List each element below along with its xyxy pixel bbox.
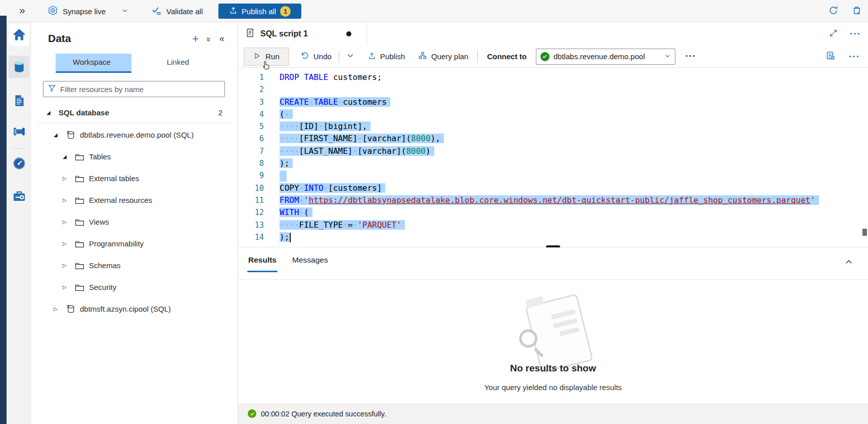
code-line[interactable]: 9 [238,169,868,182]
collapsed-arrow-icon[interactable]: ▷ [63,219,71,225]
mode-selector[interactable]: Synapse live [48,0,128,22]
code-token: 8000 [406,146,426,156]
code-line[interactable]: 4(· [238,108,868,120]
collapsed-arrow-icon[interactable]: ▷ [63,241,71,246]
code-token: customers; [333,72,382,82]
code-line[interactable]: 14); [238,231,868,243]
tab-workspace[interactable]: Workspace [56,54,131,73]
filter-funnel-icon [48,84,56,94]
tree-item[interactable]: ◢SQL database2 [31,102,238,122]
code-token: [varchar]( [357,146,406,156]
tree-item[interactable]: ◢dbtlabs.revenue.demo.pool (SQL) [31,124,238,146]
code-token: https://dbtlabsynapsedatalake.blob.core.… [309,195,810,205]
code-line[interactable]: 1DROP TABLE customers; [238,71,868,83]
code-line[interactable]: 5····[ID]·[bigint], [238,120,868,133]
tab-linked[interactable]: Linked [155,54,201,73]
pool-dropdown[interactable]: dbtlabs.revenue.demo.pool [536,49,675,65]
code-line[interactable]: 13····FILE_TYPE·=·'PARQUET' [238,219,868,231]
validate-all-button[interactable]: Validate all [152,0,203,22]
tree-item[interactable]: ▷External tables [31,167,238,189]
expanded-arrow-icon[interactable]: ◢ [63,154,71,159]
code-editor[interactable]: 1DROP TABLE customers;23CREATE·TABLE·cus… [238,68,868,247]
nav-develop[interactable] [9,90,29,112]
publish-button[interactable]: Publish [368,52,405,62]
discard-trash-icon[interactable] [852,5,862,18]
selection-highlight: ····[ID]·[bigint], [280,121,371,131]
code-token: · [299,207,304,217]
collapse-panel-icon[interactable]: « [219,33,224,44]
dropdown-chevron-icon [664,52,671,61]
tree-item[interactable]: ▷dbtmsft.azsyn.cipool (SQL) [31,298,238,320]
editor-more-icon[interactable]: ··· [849,51,860,62]
nav-home[interactable] [9,24,29,46]
collapse-results-chevron-icon[interactable] [844,258,853,269]
code-token: = [348,220,353,230]
collapsed-arrow-icon[interactable]: ▷ [63,176,71,181]
code-line[interactable]: 7····[LAST_NAME]·[varchar](8000) [238,145,868,157]
code-token: TABLE [313,97,338,107]
tree-item[interactable]: ▷Security [31,276,238,298]
publish-all-button[interactable]: Publish all 1 [218,4,301,19]
code-line[interactable]: 12WITH·( [238,206,868,219]
run-options-chevron-icon[interactable] [346,52,354,61]
empty-results-title: No results to show [238,363,868,374]
nav-monitor[interactable] [9,152,29,175]
validate-all-label: Validate all [166,7,203,16]
tab-messages[interactable]: Messages [292,256,328,265]
query-plan-button[interactable]: Query plan [418,51,468,62]
selection-highlight: FROM·'https://dbtlabsynapsedatalake.blob… [280,195,819,205]
nav-integrate[interactable] [9,120,29,143]
tree-item[interactable]: ▷Programmability [31,233,238,255]
code-token: · [338,97,343,107]
tree-item[interactable]: ▷External resources [31,189,238,211]
tree-item[interactable]: ▷Views [31,211,238,233]
collapse-all-icon[interactable]: » [205,37,214,40]
code-line[interactable]: 6····[FIRST_NAME]·[varchar](8000), [238,133,868,145]
run-play-icon [253,52,261,61]
code-line[interactable]: 10COPY·INTO·[customers] [238,182,868,194]
expand-nav-icon[interactable]: » [19,4,25,16]
pipeline-icon [12,125,26,138]
sql-script-tab[interactable]: SQL script 1 [238,22,367,46]
collapsed-arrow-icon[interactable]: ▷ [63,284,71,290]
code-line[interactable]: 3CREATE·TABLE·customers [238,96,868,108]
code-token: ( [304,207,309,217]
expanded-arrow-icon[interactable]: ◢ [47,110,55,115]
code-token: ), [431,134,440,143]
undo-button[interactable]: Undo [300,51,332,62]
toolbox-icon [12,189,26,203]
collapsed-arrow-icon[interactable]: ▷ [63,263,71,268]
scrollbar-marker[interactable] [862,229,867,236]
refresh-icon[interactable] [828,5,839,18]
code-line[interactable]: 2 [238,83,868,96]
resource-tree: ◢SQL database2◢dbtlabs.revenue.demo.pool… [31,102,238,320]
add-resource-icon[interactable]: + [192,34,199,44]
nav-data[interactable] [9,56,29,78]
collapsed-arrow-icon[interactable]: ▷ [54,306,62,312]
code-line[interactable]: 8); [238,157,868,169]
tab-more-icon[interactable]: ··· [850,28,861,39]
tree-item-label: dbtmsft.azsyn.cipool (SQL) [80,305,171,313]
toolbar-more-icon[interactable]: ··· [686,51,696,62]
code-line[interactable]: 11FROM·'https://dbtlabsynapsedatalake.bl… [238,194,868,206]
pool-value: dbtlabs.revenue.demo.pool [554,52,660,61]
expanded-arrow-icon[interactable]: ◢ [54,132,62,138]
view-settings-icon[interactable] [826,51,836,62]
tree-item[interactable]: ▷Schemas [31,255,238,276]
folder-icon [75,262,85,270]
tab-results[interactable]: Results [248,256,277,265]
nav-manage[interactable] [9,185,29,207]
selection-highlight [280,171,287,182]
query-status-bar: 00:00:02 Query executed successfully. [238,403,868,424]
undo-label: Undo [313,52,332,61]
selection-highlight: ); [280,158,293,168]
query-plan-label: Query plan [431,52,468,61]
collapsed-arrow-icon[interactable]: ▷ [63,197,71,203]
tree-item[interactable]: ◢Tables [31,146,238,167]
code-token: [varchar]( [362,134,411,143]
expand-editor-icon[interactable] [829,29,838,39]
tree-divider [37,122,232,123]
filter-input[interactable] [60,85,224,94]
code-token: · [343,220,348,230]
data-panel-tabs: Workspace Linked [31,54,238,73]
